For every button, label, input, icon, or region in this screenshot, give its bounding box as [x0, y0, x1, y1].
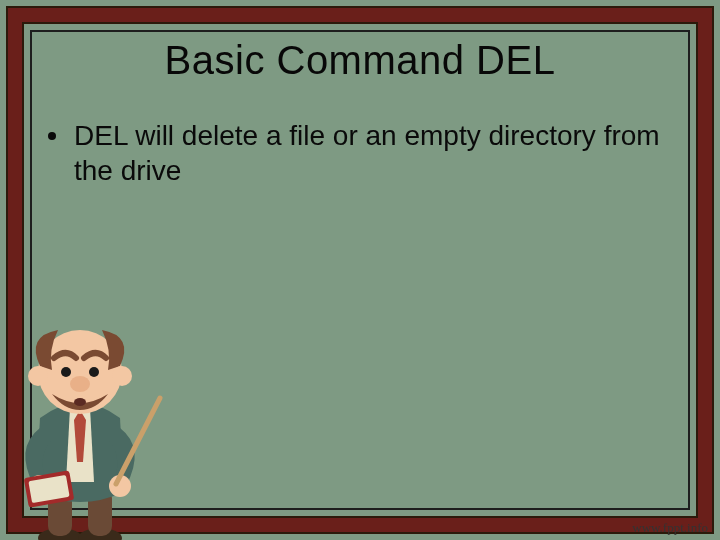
professor-illustration: [0, 288, 170, 540]
bullet-list: DEL will delete a file or an empty direc…: [48, 118, 660, 188]
svg-point-12: [61, 367, 71, 377]
svg-point-14: [70, 376, 90, 392]
slide-title: Basic Command DEL: [0, 38, 720, 83]
svg-point-10: [28, 366, 48, 386]
svg-point-13: [89, 367, 99, 377]
bullet-icon: [48, 132, 56, 140]
svg-point-15: [74, 398, 86, 406]
watermark: www.fppt.info: [632, 520, 708, 536]
bullet-text: DEL will delete a file or an empty direc…: [74, 118, 660, 188]
svg-point-11: [112, 366, 132, 386]
list-item: DEL will delete a file or an empty direc…: [48, 118, 660, 188]
